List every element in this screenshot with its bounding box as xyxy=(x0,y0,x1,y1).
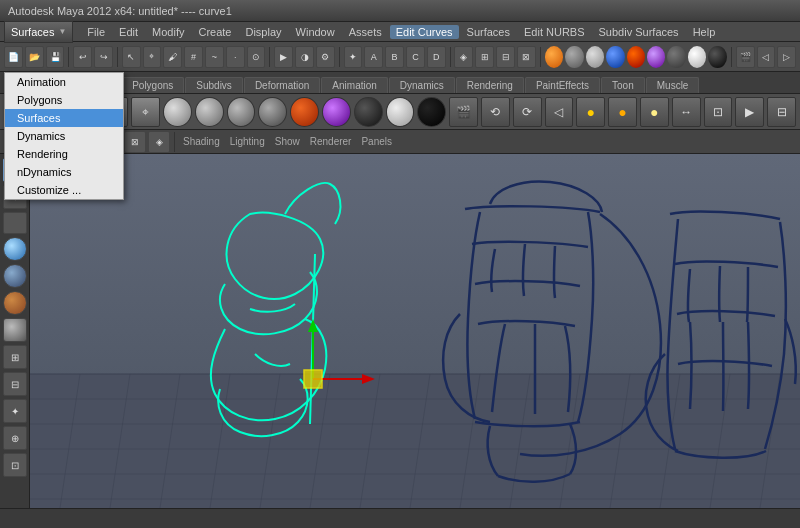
dropdown-surfaces[interactable]: Surfaces xyxy=(5,109,123,127)
tool-3[interactable] xyxy=(3,264,27,288)
sphere-blue[interactable] xyxy=(606,46,624,68)
menu-subdiv[interactable]: Subdiv Surfaces xyxy=(593,25,685,39)
icon-arrow-left[interactable]: ◁ xyxy=(757,46,776,68)
shelf-icon-sphere1[interactable] xyxy=(163,97,192,127)
tool-10[interactable]: ⊡ xyxy=(3,453,27,477)
tool-9[interactable]: ⊕ xyxy=(3,426,27,450)
shelf-icon-sphere8[interactable] xyxy=(386,97,415,127)
shelf-tab-deformation[interactable]: Deformation xyxy=(244,77,320,93)
shelf-icon-sphere2[interactable] xyxy=(195,97,224,127)
menu-help[interactable]: Help xyxy=(687,25,722,39)
icon-b[interactable]: B xyxy=(385,46,404,68)
options-lighting[interactable]: Lighting xyxy=(226,136,269,147)
shelf-icon-sphere7[interactable] xyxy=(354,97,383,127)
menu-edit[interactable]: Edit xyxy=(113,25,144,39)
shelf-tab-polygons[interactable]: Polygons xyxy=(121,77,184,93)
shelf-icon-12[interactable]: ● xyxy=(640,97,669,127)
viewport[interactable]: FRONT xyxy=(30,154,800,508)
shelf-tab-dynamics[interactable]: Dynamics xyxy=(389,77,455,93)
dropdown-customize[interactable]: Customize ... xyxy=(5,181,123,199)
module-dropdown[interactable]: Animation Polygons Surfaces Dynamics Ren… xyxy=(4,72,124,200)
dropdown-animation[interactable]: Animation xyxy=(5,73,123,91)
shelf-tab-toon[interactable]: Toon xyxy=(601,77,645,93)
sphere-purple[interactable] xyxy=(647,46,665,68)
shelf-tab-painteffects[interactable]: PaintEffects xyxy=(525,77,600,93)
menu-file[interactable]: File xyxy=(81,25,111,39)
options-renderer[interactable]: Renderer xyxy=(306,136,356,147)
shelf-icon-5[interactable]: ⌖ xyxy=(131,97,160,127)
shelf-icon-15[interactable]: ▶ xyxy=(735,97,764,127)
icon-e[interactable]: ◈ xyxy=(454,46,473,68)
save-icon[interactable]: 💾 xyxy=(46,46,65,68)
shelf-icon-sphere9[interactable] xyxy=(417,97,446,127)
icon-c[interactable]: C xyxy=(406,46,425,68)
shelf-icon-13[interactable]: ↔ xyxy=(672,97,701,127)
show-manipulators[interactable]: ✦ xyxy=(344,46,363,68)
shelf-icon-10[interactable]: ● xyxy=(576,97,605,127)
paint-icon[interactable]: 🖌 xyxy=(163,46,182,68)
tool-opt-6[interactable]: ⊠ xyxy=(124,131,146,153)
menu-assets[interactable]: Assets xyxy=(343,25,388,39)
shelf-icon-sphere4[interactable] xyxy=(258,97,287,127)
icon-d[interactable]: D xyxy=(427,46,446,68)
menu-display[interactable]: Display xyxy=(239,25,287,39)
shelf-icon-14[interactable]: ⊡ xyxy=(704,97,733,127)
snap-point[interactable]: · xyxy=(226,46,245,68)
menu-edit-nurbs[interactable]: Edit NURBS xyxy=(518,25,591,39)
sphere-white[interactable] xyxy=(688,46,706,68)
shelf-icon-8[interactable]: ⟳ xyxy=(513,97,542,127)
dropdown-rendering[interactable]: Rendering xyxy=(5,145,123,163)
shelf-tab-rendering[interactable]: Rendering xyxy=(456,77,524,93)
module-selector[interactable]: Surfaces xyxy=(4,21,73,43)
shelf-icon-6[interactable]: 🎬 xyxy=(449,97,478,127)
menu-window[interactable]: Window xyxy=(290,25,341,39)
sphere-orange[interactable] xyxy=(545,46,563,68)
shelf-icon-sphere6[interactable] xyxy=(322,97,351,127)
tool-lasso[interactable] xyxy=(3,212,27,234)
new-icon[interactable]: 📄 xyxy=(4,46,23,68)
shelf-tab-muscle[interactable]: Muscle xyxy=(646,77,700,93)
shelf-icon-sphere5[interactable] xyxy=(290,97,319,127)
shelf-tab-animation[interactable]: Animation xyxy=(321,77,387,93)
shelf-tab-subdivs[interactable]: Subdivs xyxy=(185,77,243,93)
options-show[interactable]: Show xyxy=(271,136,304,147)
tool-paint[interactable] xyxy=(3,237,27,261)
icon-f[interactable]: ⊞ xyxy=(475,46,494,68)
tool-opt-7[interactable]: ◈ xyxy=(148,131,170,153)
icon-movie[interactable]: 🎬 xyxy=(736,46,755,68)
tool-7[interactable]: ⊟ xyxy=(3,372,27,396)
open-icon[interactable]: 📂 xyxy=(25,46,44,68)
options-shading[interactable]: Shading xyxy=(179,136,224,147)
redo-icon[interactable]: ↪ xyxy=(94,46,113,68)
menu-edit-curves[interactable]: Edit Curves xyxy=(390,25,459,39)
shelf-icon-16[interactable]: ⊟ xyxy=(767,97,796,127)
undo-icon[interactable]: ↩ xyxy=(73,46,92,68)
menu-surfaces[interactable]: Surfaces xyxy=(461,25,516,39)
icon-arrow-right[interactable]: ▷ xyxy=(777,46,796,68)
sphere-multi[interactable] xyxy=(627,46,645,68)
options-panels[interactable]: Panels xyxy=(357,136,396,147)
dropdown-polygons[interactable]: Polygons xyxy=(5,91,123,109)
tool-8[interactable]: ✦ xyxy=(3,399,27,423)
shelf-icon-9[interactable]: ◁ xyxy=(545,97,574,127)
select-icon[interactable]: ↖ xyxy=(122,46,141,68)
tool-4[interactable] xyxy=(3,291,27,315)
shelf-icon-7[interactable]: ⟲ xyxy=(481,97,510,127)
menu-modify[interactable]: Modify xyxy=(146,25,190,39)
snap-view[interactable]: ⊙ xyxy=(247,46,266,68)
tool-6[interactable]: ⊞ xyxy=(3,345,27,369)
ipr-icon[interactable]: ◑ xyxy=(295,46,314,68)
icon-h[interactable]: ⊠ xyxy=(517,46,536,68)
shelf-icon-sphere3[interactable] xyxy=(227,97,256,127)
icon-g[interactable]: ⊟ xyxy=(496,46,515,68)
snap-grid[interactable]: # xyxy=(184,46,203,68)
lasso-icon[interactable]: ⌖ xyxy=(143,46,162,68)
sphere-light[interactable] xyxy=(586,46,604,68)
sphere-gray[interactable] xyxy=(565,46,583,68)
dropdown-dynamics[interactable]: Dynamics xyxy=(5,127,123,145)
render-icon[interactable]: ▶ xyxy=(274,46,293,68)
sphere-black[interactable] xyxy=(708,46,726,68)
dropdown-ndynamics[interactable]: nDynamics xyxy=(5,163,123,181)
snap-curve[interactable]: ~ xyxy=(205,46,224,68)
tool-5[interactable] xyxy=(3,318,27,342)
